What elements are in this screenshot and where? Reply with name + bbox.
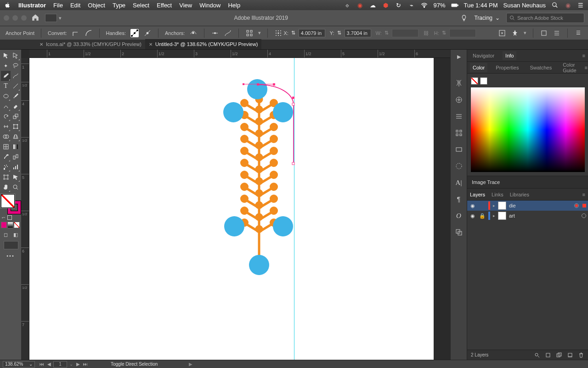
menu-select[interactable]: Select [133,2,149,9]
stroke-panel-icon[interactable] [454,111,464,121]
stock-search[interactable]: Search Adobe Stock [506,13,584,23]
siri-icon[interactable]: ◉ [564,1,571,9]
new-layer-icon[interactable] [567,352,573,358]
status-play-icon[interactable]: ▶ [189,362,192,367]
menu-help[interactable]: Help [228,2,240,9]
reference-point-icon[interactable] [274,29,283,37]
tab-navigator[interactable]: Navigator [470,51,497,60]
cut-path-icon[interactable] [211,29,219,37]
color-mode-buttons[interactable] [1,222,20,228]
panel-menu-icon[interactable]: ≡ [582,192,585,197]
fill-swatch-none[interactable] [471,77,478,85]
doc-tab-2[interactable]: ✕Untitled-3* @ 138.62% (CMYK/GPU Preview… [145,39,261,49]
app-name[interactable]: Illustrator [18,2,46,9]
play-icon[interactable]: ▶ [454,52,464,62]
edit-toolbar[interactable]: ••• [1,253,20,259]
connect-path-icon[interactable] [224,29,232,37]
mesh-tool[interactable] [1,142,11,152]
image-trace-panel[interactable]: Image Trace [467,176,588,189]
menu-type[interactable]: Type [113,2,125,9]
wifi-icon[interactable] [421,1,428,9]
user-name[interactable]: Susan Neuhaus [503,2,546,9]
expand-arrow-icon[interactable]: ▸ [493,213,495,218]
symbol-sprayer-tool[interactable] [1,162,11,172]
glyphs-panel-icon[interactable]: O [454,211,464,221]
artboard-tool[interactable] [1,172,11,182]
new-sublayer-icon[interactable] [556,352,562,358]
make-clip-icon[interactable] [545,352,551,358]
tab-color[interactable]: Color [470,63,487,72]
pathfinder-panel-icon[interactable] [454,227,464,237]
pin-dropdown-icon[interactable]: ▾ [524,30,526,36]
lock-icon[interactable]: 🔒 [479,213,486,219]
pen-tool[interactable] [1,71,11,81]
align-to-icon[interactable] [245,29,254,37]
cc-red-icon[interactable]: ◉ [356,1,364,9]
clock[interactable]: Tue 1:44 PM [464,2,498,9]
screen-mode[interactable] [4,241,18,249]
visibility-icon[interactable]: ◉ [469,203,476,209]
zoom-field[interactable]: 138.62%⌄ [3,361,35,368]
layer-row[interactable]: ◉▸die [467,201,588,211]
notification-icon[interactable]: ☰ [577,1,584,9]
handles-hide-icon[interactable] [143,29,152,37]
handles-show-icon[interactable] [130,29,139,37]
battery-icon[interactable] [451,1,458,9]
dropbox-icon[interactable]: ⟐ [344,1,351,9]
tab-libraries[interactable]: Libraries [510,192,529,197]
target-icon[interactable] [582,213,586,218]
apple-icon[interactable] [4,1,11,9]
tab-info[interactable]: Info [503,51,516,60]
blend-tool[interactable] [11,152,20,162]
scale-tool[interactable] [11,111,20,121]
swap-fill-stroke-icon[interactable]: ⤺ [2,215,6,220]
menu-edit[interactable]: Edit [70,2,80,9]
ruler-vertical[interactable]: 11/241/251/261/27 [21,58,29,360]
color-solid[interactable] [1,222,7,228]
menu-view[interactable]: View [179,2,192,9]
battery-percent[interactable]: 97% [434,2,446,9]
artboard[interactable] [29,58,434,360]
spotlight-icon[interactable] [551,1,559,9]
visibility-icon[interactable]: ◉ [469,213,476,219]
close-icon[interactable]: ✕ [40,42,43,47]
home-button[interactable] [31,13,40,23]
default-fill-stroke-icon[interactable] [7,215,12,220]
paragraph-panel-icon[interactable]: ¶ [454,194,464,204]
menu-window[interactable]: Window [199,2,220,9]
draw-behind-icon[interactable]: ◧ [11,231,20,238]
layer-row[interactable]: ◉🔒▸art [467,211,588,221]
x-field[interactable]: X: ⇅ [274,29,325,37]
color-gradient[interactable] [7,222,13,228]
window-traffic-lights[interactable] [4,15,27,21]
layer-name[interactable]: art [509,213,515,218]
more-options-icon[interactable]: ☰ [574,29,582,37]
gradient-tool[interactable] [11,142,20,152]
appearance-panel-icon[interactable] [454,161,464,171]
prev-artboard-icon[interactable]: ◀ [46,362,52,367]
delete-layer-icon[interactable] [578,352,584,358]
panel-menu-icon[interactable]: ≡ [585,65,588,70]
hint-bulb-icon[interactable] [460,14,468,22]
color-spectrum[interactable] [471,87,585,172]
tab-links[interactable]: Links [492,192,503,197]
stepper-icon[interactable]: ⇅ [335,29,344,37]
tab-colorguide[interactable]: Color Guide [560,60,579,75]
isolate-icon[interactable] [498,29,506,37]
ellipse-tool[interactable] [1,91,11,101]
shield-icon[interactable]: ⬢ [382,1,390,9]
perspective-tool[interactable] [11,132,20,142]
convert-corner-icon[interactable] [72,29,80,37]
stepper-icon[interactable]: ⇅ [289,29,298,37]
direct-selection-tool[interactable] [11,51,20,61]
draw-normal-icon[interactable]: ◻ [1,231,11,238]
align-dropdown-icon[interactable]: ▾ [258,30,261,36]
first-artboard-icon[interactable]: ⏮ [39,362,45,367]
paintbrush-tool[interactable] [11,91,20,101]
artboard-nav[interactable]: ⏮ ◀ 1 ⌄ ▶ ⏭ [39,361,89,368]
menu-object[interactable]: Object [88,2,105,9]
slice-tool[interactable] [11,172,20,182]
x-input[interactable] [299,29,325,37]
panel-menu-icon[interactable]: ≡ [582,53,585,58]
next-artboard-icon[interactable]: ▶ [75,362,81,367]
